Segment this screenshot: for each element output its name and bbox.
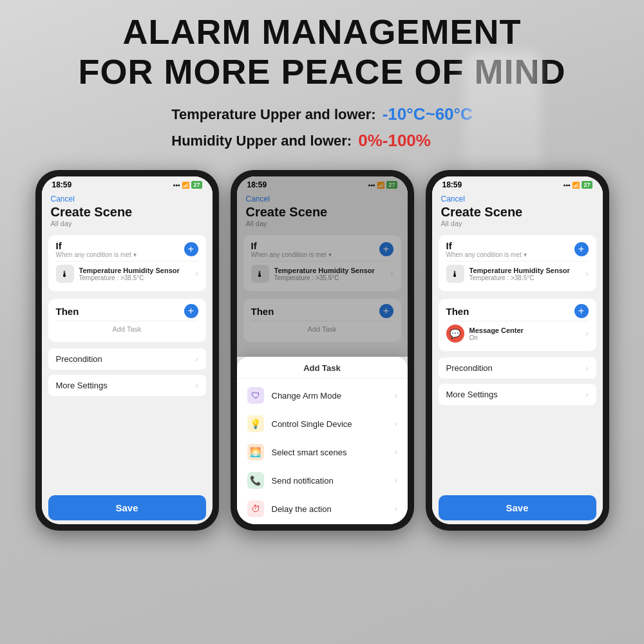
temp-spec-row: Temperature Upper and lower: -10°C~60°C [171,104,472,124]
signal-icon-3: ▪▪▪ [564,182,571,189]
condition-icon-3: 🌡 [446,265,464,283]
bg-decoration [464,52,541,180]
message-center-name: Message Center [469,327,581,334]
phone-2: 18:59 ▪▪▪ 📶 27 Cancel Create Scene All d… [231,170,414,531]
wifi-icon: 📶 [182,182,189,189]
precondition-label-1: Precondition [56,354,102,364]
condition-name-3: Temperature Humidity Sensor [469,267,581,274]
app-header-3: Cancel Create Scene All day [432,192,603,231]
precondition-row-1[interactable]: Precondition › [48,348,206,370]
humidity-spec-row: Humidity Upper and lower: 0%-100% [171,131,431,151]
cancel-button-1[interactable]: Cancel [51,194,204,204]
scene-title-3: Create Scene [441,205,594,220]
specs-section: Temperature Upper and lower: -10°C~60°C … [171,104,472,151]
then-section-3: Then + 💬 Message Center On › [439,299,596,351]
more-settings-row-3[interactable]: More Settings › [439,384,596,405]
modal-item-1-left: 💡 Control Single Device [247,415,352,432]
modal-item-0-label: Change Arm Mode [272,391,341,401]
modal-item-2-label: Select smart scenes [272,448,347,457]
scene-subtitle-1: All day [51,220,204,227]
message-center-icon: 💬 [446,325,464,343]
save-button-3[interactable]: Save [439,495,596,520]
app-content-3: Cancel Create Scene All day If When any … [432,192,603,524]
condition-value-3: Temperature : >38.5°C [469,274,581,281]
humidity-value: 0%-100% [358,131,431,151]
modal-item-4-chevron: › [395,504,397,513]
modal-item-2[interactable]: 🌅 Select smart scenes › [237,438,408,466]
if-add-button-1[interactable]: + [184,242,198,256]
if-add-button-3[interactable]: + [574,242,589,256]
dim-overlay-2 [237,176,408,357]
then-label-1: Then [56,306,79,317]
battery-icon: 27 [191,181,202,189]
wifi-icon-3: 📶 [572,182,580,189]
message-center-row[interactable]: 💬 Message Center On › [446,321,589,346]
more-settings-label-3: More Settings [446,390,498,399]
message-center-value: On [469,334,581,341]
temp-value: -10°C~60°C [383,104,473,124]
if-label-1: If [56,240,137,251]
status-icons-1: ▪▪▪ 📶 27 [173,181,202,189]
status-time-1: 18:59 [52,180,72,189]
more-settings-chevron-1: › [196,381,198,390]
condition-row-1: 🌡 Temperature Humidity Sensor Temperatur… [56,261,198,286]
status-time-3: 18:59 [442,180,462,189]
scene-icon: 🌅 [247,444,264,460]
page-container: ALARM MANAGEMENT FOR MORE PEACE OF MIND … [0,0,644,644]
precondition-row-3[interactable]: Precondition › [439,357,596,379]
phone-3-screen: 18:59 ▪▪▪ 📶 27 Cancel Create Scene All d… [432,176,603,524]
precondition-label-3: Precondition [446,363,493,373]
then-label-3: Then [446,306,469,317]
status-icons-3: ▪▪▪ 📶 27 [564,181,592,189]
scene-title-1: Create Scene [51,205,204,220]
modal-item-2-chevron: › [395,448,397,457]
modal-item-3-left: 📞 Send notification [247,472,334,489]
modal-item-1-chevron: › [395,419,397,428]
condition-chevron-1: › [196,269,198,278]
if-label-3: If [446,240,527,251]
shield-icon: 🛡 [247,387,264,404]
modal-item-3[interactable]: 📞 Send notification › [237,466,408,495]
if-section-1: If When any condition is met ▾ + 🌡 Tempe… [48,235,206,291]
modal-item-4[interactable]: ⏱ Delay the action › [237,495,408,523]
modal-item-3-chevron: › [395,476,397,485]
then-add-button-1[interactable]: + [184,304,198,318]
phones-container: 18:59 ▪▪▪ 📶 27 Cancel Create Scene All d… [35,170,609,531]
if-sub-1: When any condition is met ▾ [56,251,137,258]
status-bar-1: 18:59 ▪▪▪ 📶 27 [42,176,213,192]
bulb-icon: 💡 [247,415,264,432]
delay-icon: ⏱ [247,500,264,517]
modal-item-0-chevron: › [395,391,397,400]
modal-item-1-label: Control Single Device [272,419,352,429]
condition-value-1: Temperature : >38.5°C [79,274,191,281]
modal-item-4-left: ⏱ Delay the action [247,500,332,517]
condition-text-1: Temperature Humidity Sensor Temperature … [79,267,191,281]
title-line1: ALARM MANAGEMENT [123,12,522,51]
save-button-1[interactable]: Save [48,495,206,520]
add-task-1[interactable]: Add Task [56,321,198,337]
add-task-modal: Add Task 🛡 Change Arm Mode › 💡 Control S… [237,357,408,524]
condition-icon-1: 🌡 [56,265,74,283]
then-header-3: Then + [446,304,589,318]
then-section-1: Then + Add Task [48,299,206,342]
signal-icon: ▪▪▪ [173,182,180,189]
condition-text-3: Temperature Humidity Sensor Temperature … [469,267,581,281]
app-header-1: Cancel Create Scene All day [42,192,213,231]
modal-item-0[interactable]: 🛡 Change Arm Mode › [237,381,408,410]
then-add-button-3[interactable]: + [574,304,589,318]
status-bar-3: 18:59 ▪▪▪ 📶 27 [432,176,603,192]
battery-icon-3: 27 [582,181,592,189]
humidity-label: Humidity Upper and lower: [171,133,352,149]
if-sub-3: When any condition is met ▾ [446,251,527,258]
more-settings-row-1[interactable]: More Settings › [48,375,206,396]
modal-item-2-left: 🌅 Select smart scenes [247,444,347,460]
phone-3: 18:59 ▪▪▪ 📶 27 Cancel Create Scene All d… [426,170,609,531]
modal-title: Add Task [237,363,408,379]
cancel-button-3[interactable]: Cancel [441,194,594,204]
modal-item-1[interactable]: 💡 Control Single Device › [237,410,408,438]
modal-item-3-label: Send notification [272,476,334,486]
temp-label: Temperature Upper and lower: [171,106,375,123]
more-settings-chevron-3: › [586,390,589,399]
phone-1-screen: 18:59 ▪▪▪ 📶 27 Cancel Create Scene All d… [42,176,213,524]
then-header-1: Then + [56,304,198,318]
